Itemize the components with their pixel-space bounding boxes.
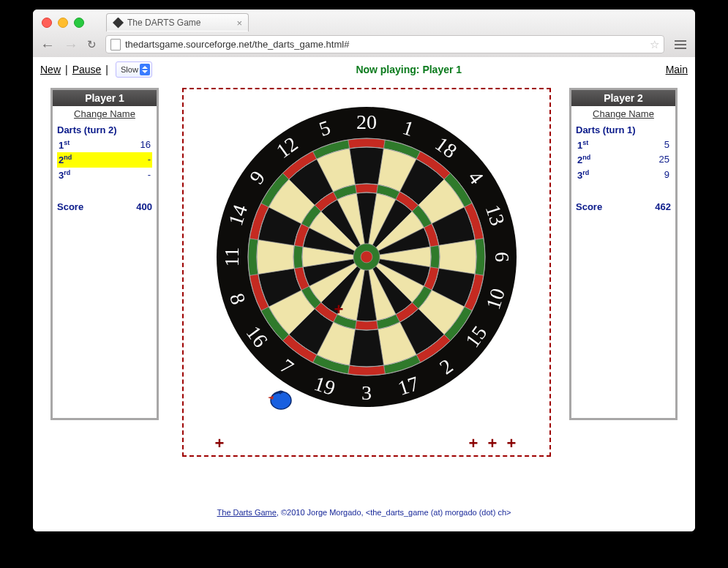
tab-title: The DARTS Game: [127, 18, 233, 28]
svg-text:6: 6: [491, 252, 514, 262]
player1-throw-2: 2nd-: [57, 152, 152, 167]
svg-text:11: 11: [220, 247, 243, 267]
nav-forward-button: →: [64, 37, 78, 52]
page-icon: [110, 39, 121, 51]
browser-tab[interactable]: The DARTS Game ×: [106, 13, 249, 31]
dartboard-area[interactable]: 2011841361015217319716811149125: [182, 88, 551, 457]
player2-throw-2: 2nd25: [576, 152, 671, 167]
nav-back-button[interactable]: ←: [40, 37, 55, 52]
window-controls: [42, 18, 84, 28]
svg-text:3: 3: [361, 381, 372, 404]
player1-throw-3: 3rd-: [57, 168, 152, 182]
player1-panel: Player 1 Change Name Darts (turn 2) 1st1…: [50, 88, 159, 420]
browser-toolbar: ← → ↻ thedartsgame.sourceforge.net/the_d…: [33, 32, 695, 56]
player1-turn-label: Darts (turn 2): [57, 124, 152, 135]
main-link[interactable]: Main: [666, 64, 688, 75]
svg-text:20: 20: [356, 111, 377, 133]
player2-panel: Player 2 Change Name Darts (turn 1) 1st5…: [569, 88, 678, 420]
bookmark-star-icon[interactable]: ☆: [650, 38, 659, 51]
player2-throw-1: 1st5: [576, 138, 671, 152]
game-topbar: New | Pause | Slow Now playing: Player 1…: [33, 57, 695, 79]
nav-reload-button[interactable]: ↻: [87, 38, 97, 51]
page-content: New | Pause | Slow Now playing: Player 1…: [33, 57, 695, 531]
window-minimize-button[interactable]: [58, 18, 68, 28]
new-game-link[interactable]: New: [40, 64, 61, 75]
window-zoom-button[interactable]: [74, 18, 84, 28]
now-playing-label: Now playing: Player 1: [152, 64, 666, 75]
svg-point-2: [361, 251, 372, 263]
pause-game-link[interactable]: Pause: [72, 64, 102, 75]
player2-score: Score462: [576, 201, 671, 212]
window-close-button[interactable]: [42, 18, 52, 28]
address-bar[interactable]: thedartsgame.sourceforge.net/the_darts_g…: [105, 35, 664, 53]
player1-change-name-link[interactable]: Change Name: [53, 106, 157, 122]
player1-throw-1: 1st16: [57, 138, 152, 152]
player1-title: Player 1: [53, 90, 157, 106]
page-footer: The Darts Game, ©2010 Jorge Morgado, <th…: [33, 508, 695, 517]
footer-link[interactable]: The Darts Game: [217, 508, 277, 517]
player2-change-name-link[interactable]: Change Name: [571, 106, 675, 122]
dartboard[interactable]: 2011841361015217319716811149125: [214, 105, 519, 409]
player1-score: Score400: [57, 201, 152, 212]
game-area: Player 1 Change Name Darts (turn 2) 1st1…: [33, 82, 695, 492]
browser-menu-button[interactable]: [673, 39, 688, 51]
address-url: thedartsgame.sourceforge.net/the_darts_g…: [125, 39, 650, 50]
player2-title: Player 2: [571, 90, 675, 106]
speed-select-value: Slow: [121, 65, 138, 74]
speed-select[interactable]: Slow: [116, 61, 152, 78]
player2-throw-3: 3rd9: [576, 168, 671, 182]
browser-chrome: The DARTS Game × ← → ↻ thedartsgame.sour…: [33, 10, 695, 58]
tab-close-icon[interactable]: ×: [236, 18, 242, 29]
player2-turn-label: Darts (turn 1): [576, 124, 671, 135]
browser-window: The DARTS Game × ← → ↻ thedartsgame.sour…: [33, 10, 695, 531]
tab-favicon: [113, 18, 124, 29]
